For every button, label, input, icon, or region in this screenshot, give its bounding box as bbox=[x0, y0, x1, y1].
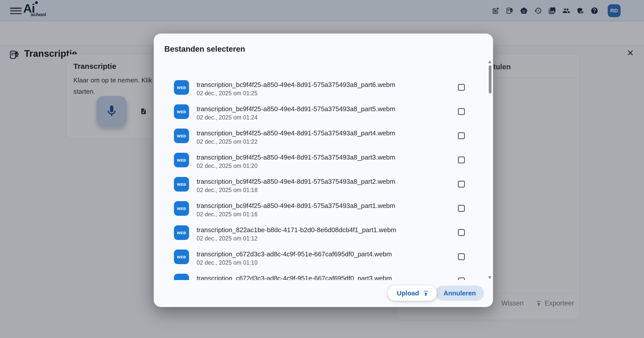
file-name: transcription_c672d3c3-ad8c-4c9f-951e-66… bbox=[197, 274, 392, 280]
screen: Ai school bbox=[0, 0, 644, 338]
scroll-down-arrow[interactable] bbox=[488, 276, 492, 279]
file-name: transcription_c672d3c3-ad8c-4c9f-951e-66… bbox=[197, 250, 392, 258]
file-type-badge: WEB bbox=[174, 201, 189, 216]
file-badge-label: WEB bbox=[177, 110, 186, 114]
file-checkbox[interactable] bbox=[458, 205, 465, 212]
file-name: transcription_bc9f4f25-a850-49e4-8d91-57… bbox=[197, 178, 395, 186]
file-date: 02 dec., 2025 om 01:12 bbox=[197, 235, 258, 242]
file-type-badge: WEB bbox=[174, 225, 189, 240]
file-name: transcription_822ac1be-b8dc-4171-b2d0-8e… bbox=[197, 226, 396, 234]
file-badge-label: WEB bbox=[177, 182, 186, 187]
file-checkbox[interactable] bbox=[458, 157, 465, 163]
file-checkbox[interactable] bbox=[458, 108, 465, 115]
file-select-dialog: Bestanden selecteren WEB transcription_b… bbox=[154, 34, 493, 307]
file-name: transcription_bc9f4f25-a850-49e4-8d91-57… bbox=[197, 81, 395, 89]
file-badge-label: WEB bbox=[177, 231, 186, 235]
file-name: transcription_bc9f4f25-a850-49e4-8d91-57… bbox=[197, 129, 395, 137]
file-date: 02 dec., 2025 om 01:16 bbox=[197, 211, 258, 218]
file-date: 02 dec., 2025 om 01:10 bbox=[197, 259, 258, 266]
file-date: 02 dec., 2025 om 01:25 bbox=[197, 90, 258, 97]
file-type-badge: WEB bbox=[174, 274, 189, 280]
upload-icon bbox=[422, 290, 429, 297]
dialog-title: Bestanden selecteren bbox=[164, 45, 245, 54]
dialog-footer: Upload Annuleren bbox=[388, 286, 484, 301]
file-date: 02 dec., 2025 om 01:22 bbox=[197, 138, 258, 145]
file-row[interactable]: WEB transcription_c672d3c3-ad8c-4c9f-951… bbox=[154, 245, 488, 269]
file-row[interactable]: WEB transcription_bc9f4f25-a850-49e4-8d9… bbox=[154, 172, 488, 196]
scroll-up-arrow[interactable] bbox=[488, 60, 492, 63]
file-date: 02 dec., 2025 om 01:24 bbox=[197, 114, 258, 121]
file-row[interactable]: WEB transcription_bc9f4f25-a850-49e4-8d9… bbox=[154, 148, 488, 172]
file-row[interactable]: WEB transcription_c672d3c3-ad8c-4c9f-951… bbox=[154, 269, 488, 280]
file-name: transcription_bc9f4f25-a850-49e4-8d91-57… bbox=[197, 202, 395, 210]
file-checkbox[interactable] bbox=[458, 84, 465, 91]
file-checkbox[interactable] bbox=[458, 229, 465, 236]
file-type-badge: WEB bbox=[174, 129, 189, 143]
file-badge-label: WEB bbox=[177, 158, 186, 162]
file-name: transcription_bc9f4f25-a850-49e4-8d91-57… bbox=[197, 105, 395, 113]
file-badge-label: WEB bbox=[177, 279, 186, 280]
file-badge-label: WEB bbox=[177, 206, 186, 211]
file-checkbox[interactable] bbox=[458, 132, 465, 139]
file-name: transcription_bc9f4f25-a850-49e4-8d91-57… bbox=[197, 153, 395, 161]
file-type-badge: WEB bbox=[174, 104, 189, 119]
scrollbar-thumb[interactable] bbox=[489, 65, 492, 94]
file-checkbox[interactable] bbox=[458, 253, 465, 260]
file-checkbox[interactable] bbox=[458, 181, 465, 188]
file-type-badge: WEB bbox=[174, 250, 189, 264]
file-checkbox[interactable] bbox=[458, 278, 465, 280]
cancel-button[interactable]: Annuleren bbox=[435, 286, 484, 301]
file-date: 02 dec., 2025 om 01:20 bbox=[197, 163, 258, 169]
file-type-badge: WEB bbox=[174, 153, 189, 167]
file-badge-label: WEB bbox=[177, 134, 186, 138]
upload-button[interactable]: Upload bbox=[388, 286, 437, 301]
file-row[interactable]: WEB transcription_bc9f4f25-a850-49e4-8d9… bbox=[154, 75, 488, 100]
file-type-badge: WEB bbox=[174, 80, 189, 95]
file-row[interactable]: WEB transcription_bc9f4f25-a850-49e4-8d9… bbox=[154, 100, 488, 124]
file-row[interactable]: WEB transcription_822ac1be-b8dc-4171-b2d… bbox=[154, 221, 488, 245]
file-badge-label: WEB bbox=[177, 255, 186, 259]
file-row[interactable]: WEB transcription_bc9f4f25-a850-49e4-8d9… bbox=[154, 124, 488, 148]
file-type-badge: WEB bbox=[174, 177, 189, 192]
file-badge-label: WEB bbox=[177, 85, 186, 90]
file-row[interactable]: WEB transcription_bc9f4f25-a850-49e4-8d9… bbox=[154, 196, 488, 221]
file-list: WEB transcription_bc9f4f25-a850-49e4-8d9… bbox=[154, 62, 488, 280]
file-date: 02 dec., 2025 om 01:18 bbox=[197, 187, 258, 194]
